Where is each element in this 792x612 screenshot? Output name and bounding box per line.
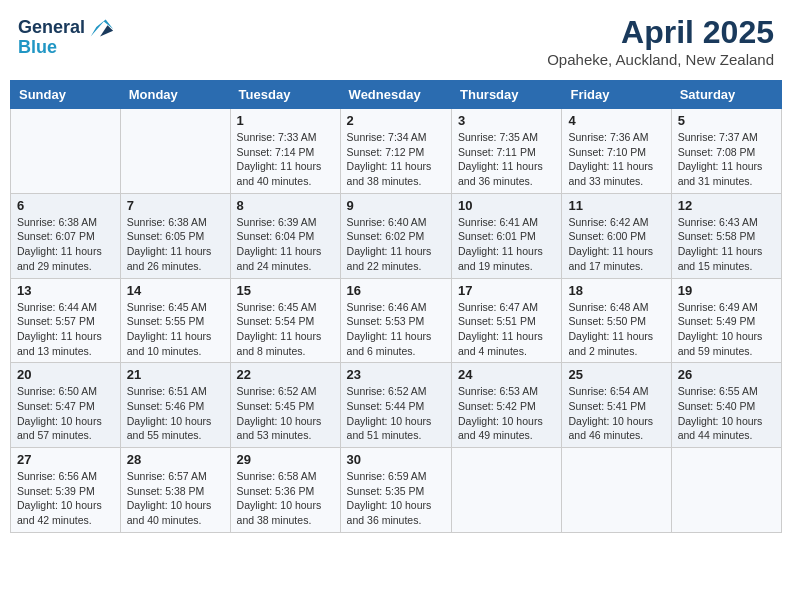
logo-text: General: [18, 18, 85, 38]
day-info: Sunrise: 6:51 AMSunset: 5:46 PMDaylight:…: [127, 384, 224, 443]
day-info: Sunrise: 6:43 AMSunset: 5:58 PMDaylight:…: [678, 215, 775, 274]
day-info: Sunrise: 6:38 AMSunset: 6:07 PMDaylight:…: [17, 215, 114, 274]
day-info: Sunrise: 6:54 AMSunset: 5:41 PMDaylight:…: [568, 384, 664, 443]
day-info: Sunrise: 7:33 AMSunset: 7:14 PMDaylight:…: [237, 130, 334, 189]
main-title: April 2025: [547, 14, 774, 51]
logo-blue-text: Blue: [18, 38, 57, 58]
calendar-week-1: 6Sunrise: 6:38 AMSunset: 6:07 PMDaylight…: [11, 193, 782, 278]
calendar-cell: 3Sunrise: 7:35 AMSunset: 7:11 PMDaylight…: [452, 109, 562, 194]
day-number: 11: [568, 198, 664, 213]
calendar-cell: 9Sunrise: 6:40 AMSunset: 6:02 PMDaylight…: [340, 193, 451, 278]
calendar-cell: [11, 109, 121, 194]
day-number: 15: [237, 283, 334, 298]
day-number: 14: [127, 283, 224, 298]
day-info: Sunrise: 6:39 AMSunset: 6:04 PMDaylight:…: [237, 215, 334, 274]
calendar-table: SundayMondayTuesdayWednesdayThursdayFrid…: [10, 80, 782, 533]
logo-icon: [87, 14, 115, 42]
col-header-monday: Monday: [120, 81, 230, 109]
calendar-cell: 6Sunrise: 6:38 AMSunset: 6:07 PMDaylight…: [11, 193, 121, 278]
day-number: 5: [678, 113, 775, 128]
col-header-friday: Friday: [562, 81, 671, 109]
day-info: Sunrise: 6:59 AMSunset: 5:35 PMDaylight:…: [347, 469, 445, 528]
day-number: 20: [17, 367, 114, 382]
day-number: 22: [237, 367, 334, 382]
day-number: 23: [347, 367, 445, 382]
day-number: 1: [237, 113, 334, 128]
day-info: Sunrise: 7:36 AMSunset: 7:10 PMDaylight:…: [568, 130, 664, 189]
day-number: 18: [568, 283, 664, 298]
day-info: Sunrise: 6:50 AMSunset: 5:47 PMDaylight:…: [17, 384, 114, 443]
calendar-cell: 27Sunrise: 6:56 AMSunset: 5:39 PMDayligh…: [11, 448, 121, 533]
day-info: Sunrise: 6:46 AMSunset: 5:53 PMDaylight:…: [347, 300, 445, 359]
calendar-cell: 15Sunrise: 6:45 AMSunset: 5:54 PMDayligh…: [230, 278, 340, 363]
day-info: Sunrise: 6:47 AMSunset: 5:51 PMDaylight:…: [458, 300, 555, 359]
calendar-week-2: 13Sunrise: 6:44 AMSunset: 5:57 PMDayligh…: [11, 278, 782, 363]
calendar-cell: 22Sunrise: 6:52 AMSunset: 5:45 PMDayligh…: [230, 363, 340, 448]
day-info: Sunrise: 7:35 AMSunset: 7:11 PMDaylight:…: [458, 130, 555, 189]
calendar-cell: 19Sunrise: 6:49 AMSunset: 5:49 PMDayligh…: [671, 278, 781, 363]
calendar-cell: [120, 109, 230, 194]
calendar-cell: 20Sunrise: 6:50 AMSunset: 5:47 PMDayligh…: [11, 363, 121, 448]
day-info: Sunrise: 7:37 AMSunset: 7:08 PMDaylight:…: [678, 130, 775, 189]
calendar-cell: [452, 448, 562, 533]
calendar-week-4: 27Sunrise: 6:56 AMSunset: 5:39 PMDayligh…: [11, 448, 782, 533]
calendar-cell: 26Sunrise: 6:55 AMSunset: 5:40 PMDayligh…: [671, 363, 781, 448]
day-number: 25: [568, 367, 664, 382]
col-header-thursday: Thursday: [452, 81, 562, 109]
day-number: 12: [678, 198, 775, 213]
calendar-cell: 1Sunrise: 7:33 AMSunset: 7:14 PMDaylight…: [230, 109, 340, 194]
day-info: Sunrise: 6:40 AMSunset: 6:02 PMDaylight:…: [347, 215, 445, 274]
day-info: Sunrise: 6:48 AMSunset: 5:50 PMDaylight:…: [568, 300, 664, 359]
day-number: 3: [458, 113, 555, 128]
day-number: 30: [347, 452, 445, 467]
calendar-cell: 21Sunrise: 6:51 AMSunset: 5:46 PMDayligh…: [120, 363, 230, 448]
day-number: 16: [347, 283, 445, 298]
day-number: 6: [17, 198, 114, 213]
day-info: Sunrise: 6:56 AMSunset: 5:39 PMDaylight:…: [17, 469, 114, 528]
day-number: 19: [678, 283, 775, 298]
subtitle: Opaheke, Auckland, New Zealand: [547, 51, 774, 68]
calendar-cell: 23Sunrise: 6:52 AMSunset: 5:44 PMDayligh…: [340, 363, 451, 448]
calendar-cell: 13Sunrise: 6:44 AMSunset: 5:57 PMDayligh…: [11, 278, 121, 363]
calendar-cell: 25Sunrise: 6:54 AMSunset: 5:41 PMDayligh…: [562, 363, 671, 448]
calendar-cell: 7Sunrise: 6:38 AMSunset: 6:05 PMDaylight…: [120, 193, 230, 278]
day-info: Sunrise: 6:52 AMSunset: 5:44 PMDaylight:…: [347, 384, 445, 443]
logo: General Blue: [18, 14, 115, 58]
day-number: 17: [458, 283, 555, 298]
day-info: Sunrise: 6:55 AMSunset: 5:40 PMDaylight:…: [678, 384, 775, 443]
day-number: 27: [17, 452, 114, 467]
col-header-wednesday: Wednesday: [340, 81, 451, 109]
day-number: 26: [678, 367, 775, 382]
title-block: April 2025 Opaheke, Auckland, New Zealan…: [547, 14, 774, 68]
calendar-cell: 2Sunrise: 7:34 AMSunset: 7:12 PMDaylight…: [340, 109, 451, 194]
page-header: General Blue April 2025 Opaheke, Aucklan…: [10, 10, 782, 72]
calendar-cell: [671, 448, 781, 533]
day-info: Sunrise: 7:34 AMSunset: 7:12 PMDaylight:…: [347, 130, 445, 189]
calendar-week-3: 20Sunrise: 6:50 AMSunset: 5:47 PMDayligh…: [11, 363, 782, 448]
day-info: Sunrise: 6:42 AMSunset: 6:00 PMDaylight:…: [568, 215, 664, 274]
day-info: Sunrise: 6:58 AMSunset: 5:36 PMDaylight:…: [237, 469, 334, 528]
day-info: Sunrise: 6:57 AMSunset: 5:38 PMDaylight:…: [127, 469, 224, 528]
day-number: 7: [127, 198, 224, 213]
col-header-tuesday: Tuesday: [230, 81, 340, 109]
calendar-cell: 14Sunrise: 6:45 AMSunset: 5:55 PMDayligh…: [120, 278, 230, 363]
calendar-cell: 16Sunrise: 6:46 AMSunset: 5:53 PMDayligh…: [340, 278, 451, 363]
day-number: 9: [347, 198, 445, 213]
calendar-cell: 24Sunrise: 6:53 AMSunset: 5:42 PMDayligh…: [452, 363, 562, 448]
calendar-week-0: 1Sunrise: 7:33 AMSunset: 7:14 PMDaylight…: [11, 109, 782, 194]
calendar-cell: 28Sunrise: 6:57 AMSunset: 5:38 PMDayligh…: [120, 448, 230, 533]
day-number: 24: [458, 367, 555, 382]
day-number: 2: [347, 113, 445, 128]
day-info: Sunrise: 6:41 AMSunset: 6:01 PMDaylight:…: [458, 215, 555, 274]
day-info: Sunrise: 6:53 AMSunset: 5:42 PMDaylight:…: [458, 384, 555, 443]
calendar-cell: 12Sunrise: 6:43 AMSunset: 5:58 PMDayligh…: [671, 193, 781, 278]
calendar-cell: 10Sunrise: 6:41 AMSunset: 6:01 PMDayligh…: [452, 193, 562, 278]
calendar-header-row: SundayMondayTuesdayWednesdayThursdayFrid…: [11, 81, 782, 109]
day-number: 4: [568, 113, 664, 128]
calendar-cell: 4Sunrise: 7:36 AMSunset: 7:10 PMDaylight…: [562, 109, 671, 194]
day-number: 10: [458, 198, 555, 213]
day-number: 13: [17, 283, 114, 298]
day-number: 21: [127, 367, 224, 382]
day-number: 28: [127, 452, 224, 467]
day-info: Sunrise: 6:44 AMSunset: 5:57 PMDaylight:…: [17, 300, 114, 359]
